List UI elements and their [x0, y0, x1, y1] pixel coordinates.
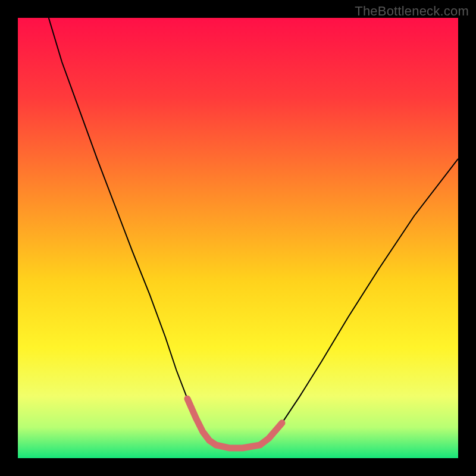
chart-frame: TheBottleneck.com: [0, 0, 476, 476]
watermark-text: TheBottleneck.com: [355, 4, 469, 19]
chart-svg: [18, 18, 458, 458]
plot-area: [18, 18, 458, 458]
gradient-background: [18, 18, 458, 458]
series-highlight-bottom: [216, 445, 260, 448]
